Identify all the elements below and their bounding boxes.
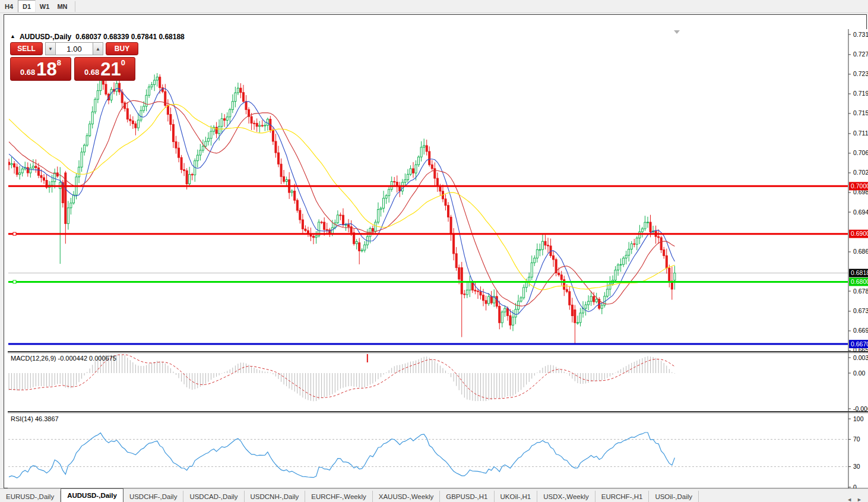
svg-text:100: 100 — [853, 415, 864, 422]
svg-text:0.70280: 0.70280 — [853, 169, 868, 176]
chart-tab-gbpusd-h1[interactable]: GBPUSD-,H1 — [440, 491, 494, 502]
svg-text:0.72750: 0.72750 — [853, 50, 868, 58]
buy-price-figure: 0.68 — [84, 68, 99, 77]
svg-text:0.70690: 0.70690 — [853, 149, 868, 156]
chart-tab-eurchf-weekly[interactable]: EURCHF-,Weekly — [305, 491, 372, 502]
buy-price-display[interactable]: 0.68 21 0 — [74, 57, 135, 81]
chart-tab-bar: EURUSD-,DailyAUDUSD-,DailyUSDCHF-,DailyU… — [0, 488, 868, 502]
chart-tab-eurchf-h1[interactable]: EURCHF-,H1 — [595, 491, 650, 502]
timeframe-button-mn[interactable]: MN — [53, 0, 71, 12]
timeframe-button-d1[interactable]: D1 — [18, 0, 36, 12]
svg-text:70: 70 — [853, 435, 860, 443]
chart-tab-usdcnh-daily[interactable]: USDCNH-,Daily — [245, 491, 306, 502]
chart-tab-eurusd-daily[interactable]: EURUSD-,Daily — [0, 491, 61, 502]
svg-text:0.69006: 0.69006 — [851, 230, 868, 237]
svg-text:0.68188: 0.68188 — [851, 269, 868, 276]
price-chart-canvas[interactable]: 0.731700.727500.723400.719300.715200.711… — [4, 15, 868, 502]
svg-text:0.71930: 0.71930 — [853, 90, 868, 97]
sell-price-pipette: 8 — [57, 58, 61, 67]
chart-tab-xauusd-weekly[interactable]: XAUUSD-,Weekly — [373, 491, 440, 502]
svg-text:0.72340: 0.72340 — [853, 70, 868, 77]
svg-text:0.69460: 0.69460 — [853, 209, 868, 216]
volume-decrease-button[interactable]: ▼ — [45, 42, 56, 55]
timeframe-toolbar: H4D1W1MN — [0, 0, 868, 13]
svg-text:0.73170: 0.73170 — [853, 31, 868, 38]
macd-label: MACD(12,26,9) -0.000442 0.000675 — [11, 355, 116, 362]
collapse-chart-icon[interactable]: ▲ — [10, 33, 15, 39]
svg-text:0.66980: 0.66980 — [853, 327, 868, 334]
svg-text:0.00349: 0.00349 — [853, 354, 868, 361]
buy-price-pipette: 0 — [121, 58, 125, 67]
rsi-label: RSI(14) 46.3867 — [11, 415, 59, 422]
sell-price-display[interactable]: 0.68 18 8 — [10, 57, 71, 81]
one-click-trading-panel: SELL ▼ ▲ BUY 0.68 18 8 0.68 21 0 — [10, 42, 138, 81]
svg-text:30: 30 — [853, 463, 860, 470]
chart-tab-usoil-daily[interactable]: USOil-,Daily — [649, 491, 699, 502]
chart-tab-audusd-daily[interactable]: AUDUSD-,Daily — [61, 488, 123, 502]
sell-price-pips: 18 — [36, 61, 56, 78]
svg-text:0.67390: 0.67390 — [853, 307, 868, 314]
timeframe-button-h4[interactable]: H4 — [0, 0, 18, 12]
svg-text:0.71100: 0.71100 — [853, 130, 868, 137]
buy-price-pips: 21 — [100, 61, 121, 78]
chart-ohlc-values: 0.68037 0.68339 0.67841 0.68188 — [75, 33, 185, 41]
svg-text:0.00: 0.00 — [853, 370, 866, 377]
svg-text:0.68004: 0.68004 — [851, 278, 868, 285]
tabs-scroll-right-icon[interactable]: ► — [857, 497, 862, 502]
tabs-scroll-left-icon[interactable]: ◄ — [847, 497, 852, 502]
chart-tab-usdx-weekly[interactable]: USDX-,Weekly — [537, 491, 595, 502]
svg-text:0.68630: 0.68630 — [853, 248, 868, 255]
sell-price-figure: 0.68 — [20, 68, 35, 77]
chart-tab-usdchf-daily[interactable]: USDCHF-,Daily — [123, 491, 184, 502]
volume-input[interactable] — [56, 42, 93, 55]
svg-text:0.71520: 0.71520 — [853, 109, 868, 116]
chart-window: 0.731700.727500.723400.719300.715200.711… — [4, 14, 867, 488]
toolbar-separator — [75, 1, 75, 12]
svg-text:0.66705: 0.66705 — [851, 340, 868, 348]
chart-tab-ukoil-h1[interactable]: UKOil-,H1 — [495, 491, 538, 502]
svg-text:0.67810: 0.67810 — [853, 288, 868, 295]
chart-tab-usdcad-daily[interactable]: USDCAD-,Daily — [183, 491, 244, 502]
chart-title: ▲ AUDUSD-,Daily 0.68037 0.68339 0.67841 … — [10, 33, 185, 41]
svg-text:-0.00637: -0.00637 — [853, 405, 868, 412]
volume-increase-button[interactable]: ▲ — [93, 42, 103, 55]
chart-symbol-label: AUDUSD-,Daily — [20, 33, 71, 41]
buy-button[interactable]: BUY — [106, 42, 138, 55]
sell-button[interactable]: SELL — [10, 42, 43, 55]
timeframe-button-w1[interactable]: W1 — [36, 0, 53, 12]
svg-text:0.70002: 0.70002 — [851, 182, 868, 190]
